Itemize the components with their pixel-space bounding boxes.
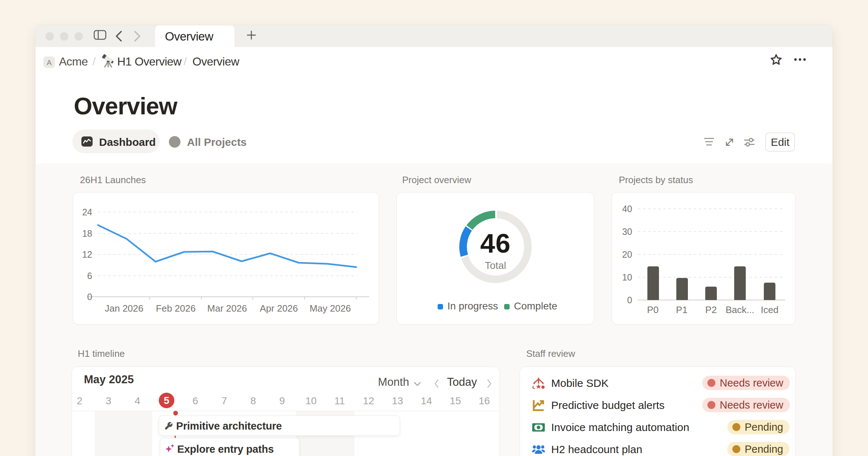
svg-text:0: 0 xyxy=(627,295,632,305)
svg-text:Complete: Complete xyxy=(514,300,557,312)
svg-text:18: 18 xyxy=(82,228,92,238)
svg-text:Total: Total xyxy=(485,260,506,271)
svg-text:6: 6 xyxy=(87,271,92,281)
svg-text:In progress: In progress xyxy=(447,300,498,312)
svg-text:Apr 2026: Apr 2026 xyxy=(260,303,298,314)
svg-text:Mar 2026: Mar 2026 xyxy=(207,303,247,314)
svg-text:46: 46 xyxy=(480,228,511,258)
svg-text:0: 0 xyxy=(87,292,92,302)
svg-text:Feb 2026: Feb 2026 xyxy=(156,303,196,314)
svg-text:40: 40 xyxy=(622,204,632,214)
svg-text:P1: P1 xyxy=(676,304,688,315)
svg-text:Jan 2026: Jan 2026 xyxy=(105,303,144,314)
svg-text:Iced: Iced xyxy=(761,304,778,315)
svg-text:Back...: Back... xyxy=(726,304,754,315)
svg-text:10: 10 xyxy=(622,272,632,282)
svg-text:12: 12 xyxy=(82,249,92,259)
svg-text:30: 30 xyxy=(622,227,632,237)
svg-text:24: 24 xyxy=(82,207,92,217)
svg-text:P2: P2 xyxy=(705,304,717,315)
svg-text:May 2026: May 2026 xyxy=(310,303,351,314)
svg-text:20: 20 xyxy=(622,249,632,259)
svg-text:P0: P0 xyxy=(647,304,659,315)
